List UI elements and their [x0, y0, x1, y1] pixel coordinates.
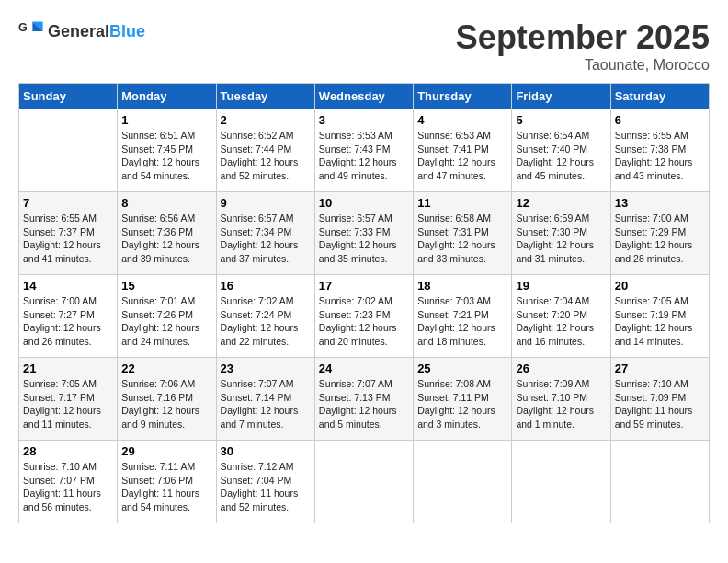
calendar-week-row: 28Sunrise: 7:10 AM Sunset: 7:07 PM Dayli…: [19, 441, 710, 523]
day-info: Sunrise: 6:51 AM Sunset: 7:45 PM Dayligh…: [121, 129, 211, 183]
weekday-header: Tuesday: [216, 84, 314, 109]
calendar-table: SundayMondayTuesdayWednesdayThursdayFrid…: [18, 83, 710, 523]
day-number: 8: [121, 196, 211, 210]
calendar-cell: 21Sunrise: 7:05 AM Sunset: 7:17 PM Dayli…: [19, 358, 118, 441]
day-info: Sunrise: 6:52 AM Sunset: 7:44 PM Dayligh…: [221, 129, 311, 183]
title-block: September 2025 Taounate, Morocco: [456, 18, 710, 74]
day-info: Sunrise: 7:02 AM Sunset: 7:23 PM Dayligh…: [319, 294, 409, 349]
calendar-cell: 10Sunrise: 6:57 AM Sunset: 7:33 PM Dayli…: [314, 192, 413, 275]
day-number: 25: [417, 362, 507, 375]
logo: G GeneralBlue: [18, 18, 145, 44]
day-info: Sunrise: 7:09 AM Sunset: 7:10 PM Dayligh…: [516, 377, 606, 431]
day-number: 15: [121, 279, 211, 293]
calendar-week-row: 7Sunrise: 6:55 AM Sunset: 7:37 PM Daylig…: [19, 192, 710, 275]
calendar-cell: 8Sunrise: 6:56 AM Sunset: 7:36 PM Daylig…: [118, 192, 216, 275]
day-info: Sunrise: 7:12 AM Sunset: 7:04 PM Dayligh…: [221, 460, 311, 514]
day-info: Sunrise: 6:53 AM Sunset: 7:41 PM Dayligh…: [417, 129, 507, 183]
calendar-cell: 3Sunrise: 6:53 AM Sunset: 7:43 PM Daylig…: [314, 109, 413, 192]
day-info: Sunrise: 6:55 AM Sunset: 7:37 PM Dayligh…: [23, 212, 113, 266]
calendar-cell: 18Sunrise: 7:03 AM Sunset: 7:21 PM Dayli…: [414, 275, 512, 358]
day-number: 13: [615, 196, 705, 210]
calendar-cell: 24Sunrise: 7:07 AM Sunset: 7:13 PM Dayli…: [314, 358, 413, 441]
calendar-week-row: 21Sunrise: 7:05 AM Sunset: 7:17 PM Dayli…: [19, 358, 710, 441]
day-number: 28: [23, 444, 113, 458]
month-title: September 2025: [456, 18, 710, 57]
location: Taounate, Morocco: [456, 57, 710, 74]
calendar-cell: 9Sunrise: 6:57 AM Sunset: 7:34 PM Daylig…: [216, 192, 314, 275]
day-info: Sunrise: 7:10 AM Sunset: 7:09 PM Dayligh…: [615, 377, 705, 431]
weekday-header: Friday: [512, 84, 610, 109]
svg-text:G: G: [18, 21, 28, 34]
calendar-cell: 15Sunrise: 7:01 AM Sunset: 7:26 PM Dayli…: [118, 275, 216, 358]
day-number: 17: [319, 279, 409, 293]
day-info: Sunrise: 7:07 AM Sunset: 7:13 PM Dayligh…: [319, 377, 409, 431]
calendar-cell: 27Sunrise: 7:10 AM Sunset: 7:09 PM Dayli…: [610, 358, 709, 441]
calendar-cell: [19, 109, 118, 192]
day-number: 23: [221, 362, 311, 375]
calendar-cell: 17Sunrise: 7:02 AM Sunset: 7:23 PM Dayli…: [314, 275, 413, 358]
day-info: Sunrise: 7:01 AM Sunset: 7:26 PM Dayligh…: [121, 294, 211, 349]
day-number: 14: [23, 279, 113, 293]
day-number: 4: [417, 113, 507, 127]
calendar-cell: 23Sunrise: 7:07 AM Sunset: 7:14 PM Dayli…: [216, 358, 314, 441]
day-info: Sunrise: 6:57 AM Sunset: 7:34 PM Dayligh…: [221, 212, 311, 266]
calendar-cell: 30Sunrise: 7:12 AM Sunset: 7:04 PM Dayli…: [216, 441, 314, 523]
calendar-cell: 19Sunrise: 7:04 AM Sunset: 7:20 PM Dayli…: [512, 275, 610, 358]
calendar-cell: 14Sunrise: 7:00 AM Sunset: 7:27 PM Dayli…: [19, 275, 118, 358]
day-info: Sunrise: 6:58 AM Sunset: 7:31 PM Dayligh…: [417, 212, 507, 266]
day-info: Sunrise: 6:53 AM Sunset: 7:43 PM Dayligh…: [319, 129, 409, 183]
calendar-cell: 7Sunrise: 6:55 AM Sunset: 7:37 PM Daylig…: [19, 192, 118, 275]
calendar-cell: 11Sunrise: 6:58 AM Sunset: 7:31 PM Dayli…: [414, 192, 512, 275]
day-info: Sunrise: 7:07 AM Sunset: 7:14 PM Dayligh…: [221, 377, 311, 431]
calendar-cell: 29Sunrise: 7:11 AM Sunset: 7:06 PM Dayli…: [118, 441, 216, 523]
day-number: 11: [417, 196, 507, 210]
day-info: Sunrise: 7:00 AM Sunset: 7:27 PM Dayligh…: [23, 294, 113, 349]
day-number: 24: [319, 362, 409, 375]
calendar-cell: [610, 441, 709, 523]
calendar-cell: 4Sunrise: 6:53 AM Sunset: 7:41 PM Daylig…: [414, 109, 512, 192]
day-number: 7: [23, 196, 113, 210]
day-info: Sunrise: 6:54 AM Sunset: 7:40 PM Dayligh…: [516, 129, 606, 183]
day-info: Sunrise: 7:08 AM Sunset: 7:11 PM Dayligh…: [417, 377, 507, 431]
day-number: 20: [615, 279, 705, 293]
day-info: Sunrise: 6:56 AM Sunset: 7:36 PM Dayligh…: [121, 212, 211, 266]
weekday-header: Thursday: [414, 84, 512, 109]
page-header: G GeneralBlue September 2025 Taounate, M…: [18, 18, 710, 74]
day-number: 6: [615, 113, 705, 127]
calendar-cell: 1Sunrise: 6:51 AM Sunset: 7:45 PM Daylig…: [118, 109, 216, 192]
calendar-week-row: 14Sunrise: 7:00 AM Sunset: 7:27 PM Dayli…: [19, 275, 710, 358]
day-number: 9: [221, 196, 311, 210]
day-info: Sunrise: 6:59 AM Sunset: 7:30 PM Dayligh…: [516, 212, 606, 266]
calendar-week-row: 1Sunrise: 6:51 AM Sunset: 7:45 PM Daylig…: [19, 109, 710, 192]
day-info: Sunrise: 7:05 AM Sunset: 7:19 PM Dayligh…: [615, 294, 705, 349]
day-info: Sunrise: 7:05 AM Sunset: 7:17 PM Dayligh…: [23, 377, 113, 431]
day-number: 5: [516, 113, 606, 127]
logo-blue: Blue: [109, 22, 145, 40]
calendar-cell: 2Sunrise: 6:52 AM Sunset: 7:44 PM Daylig…: [216, 109, 314, 192]
day-info: Sunrise: 7:10 AM Sunset: 7:07 PM Dayligh…: [23, 460, 113, 514]
weekday-header: Wednesday: [314, 84, 413, 109]
day-number: 3: [319, 113, 409, 127]
day-number: 19: [516, 279, 606, 293]
calendar-cell: [512, 441, 610, 523]
day-number: 22: [121, 362, 211, 375]
weekday-header: Sunday: [19, 84, 118, 109]
day-info: Sunrise: 7:11 AM Sunset: 7:06 PM Dayligh…: [121, 460, 211, 514]
day-info: Sunrise: 7:03 AM Sunset: 7:21 PM Dayligh…: [417, 294, 507, 349]
day-number: 18: [417, 279, 507, 293]
calendar-cell: 25Sunrise: 7:08 AM Sunset: 7:11 PM Dayli…: [414, 358, 512, 441]
calendar-cell: 28Sunrise: 7:10 AM Sunset: 7:07 PM Dayli…: [19, 441, 118, 523]
day-number: 16: [221, 279, 311, 293]
weekday-header: Monday: [118, 84, 216, 109]
day-number: 12: [516, 196, 606, 210]
calendar-cell: 22Sunrise: 7:06 AM Sunset: 7:16 PM Dayli…: [118, 358, 216, 441]
day-number: 10: [319, 196, 409, 210]
day-info: Sunrise: 7:02 AM Sunset: 7:24 PM Dayligh…: [221, 294, 311, 349]
calendar-cell: [414, 441, 512, 523]
day-number: 27: [615, 362, 705, 375]
day-number: 21: [23, 362, 113, 375]
calendar-cell: 12Sunrise: 6:59 AM Sunset: 7:30 PM Dayli…: [512, 192, 610, 275]
weekday-header: Saturday: [610, 84, 709, 109]
day-number: 30: [221, 444, 311, 458]
calendar-cell: 5Sunrise: 6:54 AM Sunset: 7:40 PM Daylig…: [512, 109, 610, 192]
